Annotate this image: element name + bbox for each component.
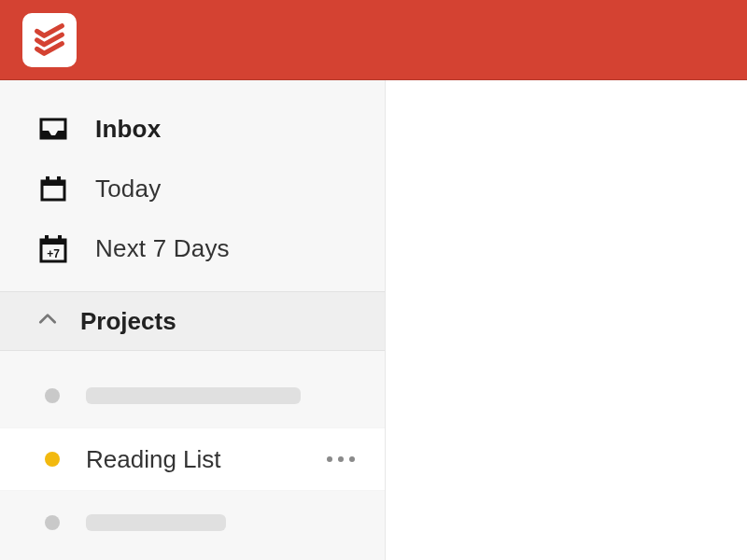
svg-rect-2 [46, 176, 49, 184]
app-logo[interactable] [22, 13, 77, 67]
svg-rect-7 [58, 235, 62, 243]
svg-rect-1 [42, 181, 64, 186]
sidebar-item-inbox[interactable]: Inbox [0, 99, 385, 159]
project-color-dot [45, 515, 60, 530]
more-icon[interactable] [327, 456, 359, 462]
sidebar-item-label: Today [95, 175, 161, 203]
todoist-logo-icon [32, 22, 67, 58]
project-color-dot [45, 452, 60, 467]
project-row[interactable] [0, 364, 385, 427]
project-name: Reading List [86, 445, 221, 474]
project-row-reading-list[interactable]: Reading List [0, 427, 385, 491]
main-content [386, 80, 747, 560]
project-name-placeholder [86, 387, 301, 404]
sidebar: Inbox Today +7 [0, 80, 386, 560]
project-row[interactable] [0, 491, 385, 554]
svg-text:+7: +7 [47, 247, 60, 260]
svg-rect-6 [45, 235, 49, 243]
inbox-icon [37, 114, 69, 144]
project-color-dot [45, 388, 60, 403]
svg-rect-3 [57, 176, 61, 184]
projects-section-label: Projects [80, 307, 176, 336]
calendar-icon [37, 174, 69, 203]
chevron-up-icon [37, 309, 58, 333]
app-header [0, 0, 747, 80]
projects-section-header[interactable]: Projects [0, 291, 385, 351]
sidebar-item-label: Next 7 Days [95, 234, 230, 263]
sidebar-item-today[interactable]: Today [0, 159, 385, 218]
svg-rect-5 [41, 240, 65, 245]
sidebar-item-next7[interactable]: +7 Next 7 Days [0, 218, 385, 278]
sidebar-item-label: Inbox [95, 115, 161, 144]
next7-icon: +7 [37, 232, 69, 264]
project-name-placeholder [86, 514, 226, 531]
